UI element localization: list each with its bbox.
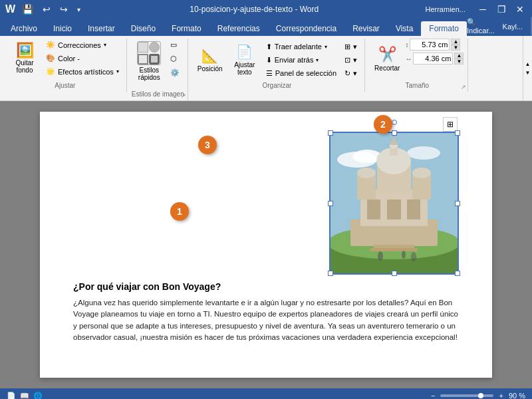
zoom-level: 90 %: [509, 392, 525, 399]
recortar-btn[interactable]: ✂️ Recortar: [370, 39, 404, 78]
zoom-in-btn[interactable]: +: [499, 392, 503, 399]
traer-adelante-btn[interactable]: ⬆ Traer adelante ▾: [263, 41, 340, 53]
agrupar-icon: ⊡: [344, 56, 350, 65]
ribbon-scroll-btns[interactable]: ▲ ▼: [523, 36, 532, 100]
width-input[interactable]: [413, 53, 453, 65]
border-efectos-btn[interactable]: ⬡: [167, 53, 183, 65]
posicion-btn[interactable]: 📐 Posición: [194, 40, 227, 80]
width-up-btn[interactable]: ▲: [454, 53, 464, 59]
svg-rect-9: [387, 200, 401, 219]
estilos-expand-icon[interactable]: ↗: [181, 92, 186, 99]
handle-tl[interactable]: [328, 130, 333, 136]
correcciones-btn[interactable]: ☀️ Correcciones ▾: [43, 39, 122, 51]
svg-point-12: [357, 168, 376, 178]
tab-archivo[interactable]: Archivo: [3, 21, 45, 36]
corrections-group: ☀️ Correcciones ▾ 🎨 Color - 🌟 Efectos ar…: [43, 39, 122, 78]
layering-group: ⬆ Traer adelante ▾ ⬇ Enviar atrás ▾ ☰ Pa…: [263, 41, 340, 80]
height-down-btn[interactable]: ▼: [451, 45, 460, 51]
document-image-container[interactable]: ⊞: [329, 132, 459, 275]
color-btn[interactable]: 🎨 Color -: [43, 52, 122, 65]
recortar-label: Recortar: [374, 65, 400, 72]
tab-revisar[interactable]: Revisar: [344, 21, 388, 36]
restore-btn[interactable]: ❐: [495, 3, 508, 16]
align-group: ⊞ ▾ ⊡ ▾ ↻ ▾: [341, 41, 360, 80]
estilos-rapidos-btn[interactable]: Estilosrápidos: [132, 39, 166, 84]
efectos-btn[interactable]: 🌟 Efectos artísticos ▾: [43, 65, 122, 78]
svg-rect-23: [370, 248, 418, 251]
size-inputs-group: ↕ ▲ ▼ ↔ ▲ ▼: [405, 39, 464, 65]
width-spinners: ▲ ▼: [454, 53, 464, 65]
close-btn[interactable]: ✕: [513, 3, 527, 16]
ribbon-group-organizar: 📐 Posición 📄 Ajustartexto ⬆ Traer adelan…: [190, 39, 365, 92]
zoom-out-btn[interactable]: −: [431, 392, 435, 399]
view-reading-icon[interactable]: 📖: [20, 392, 29, 400]
ribbon-scroll-up-icon[interactable]: ▲: [525, 61, 531, 67]
tamaño-expand-icon[interactable]: ↗: [461, 84, 466, 90]
document-page: 3 1 ⊞: [40, 112, 492, 378]
callout-badge-3: 3: [198, 136, 217, 154]
width-input-row: ↔ ▲ ▼: [405, 53, 464, 65]
handle-tr[interactable]: [455, 130, 460, 136]
tab-insertar[interactable]: Insertar: [80, 21, 123, 36]
save-quick-btn[interactable]: 💾: [19, 3, 36, 16]
panel-seleccion-btn[interactable]: ☰ Panel de selección: [263, 67, 340, 80]
handle-bm[interactable]: [392, 271, 397, 276]
border-contorno-btn[interactable]: ▭: [167, 39, 183, 51]
tab-formato-page[interactable]: Formato: [164, 21, 209, 36]
width-down-btn[interactable]: ▼: [454, 59, 464, 65]
document-heading: ¿Por qué viajar con Bon Voyage?: [73, 281, 459, 292]
minimize-btn[interactable]: ─: [476, 3, 489, 16]
redo-quick-btn[interactable]: ↪: [57, 3, 70, 16]
agrupar-btn[interactable]: ⊡ ▾: [341, 54, 360, 66]
undo-quick-btn[interactable]: ↩: [40, 3, 53, 16]
estilos-label: Estilosrápidos: [138, 66, 160, 81]
title-bar-title: 10-posicion-y-ajuste-de-texto - Word: [83, 5, 425, 14]
view-web-icon[interactable]: 🌐: [33, 392, 43, 400]
handle-mr[interactable]: [455, 201, 460, 206]
handle-bl[interactable]: [328, 271, 333, 276]
customize-quick-btn[interactable]: ▾: [74, 5, 83, 15]
svg-rect-22: [374, 245, 414, 248]
ribbon-group-ajustar: 🖼️ Quitarfondo ☀️ Correcciones ▾ 🎨 Color…: [4, 39, 127, 92]
title-bar-right: Herramien... ─ ❐ ✕: [425, 3, 527, 16]
handle-ml[interactable]: [328, 201, 333, 206]
efectos-icon: 🌟: [46, 67, 55, 76]
quitar-fondo-btn[interactable]: 🖼️ Quitarfondo: [8, 39, 41, 78]
border-controls: ▭ ⬡ ⚙️: [167, 39, 183, 90]
width-icon: ↔: [405, 55, 412, 63]
ribbon-scroll-down-icon[interactable]: ▼: [525, 70, 531, 76]
height-input[interactable]: [410, 39, 450, 51]
correcciones-icon: ☀️: [46, 41, 55, 49]
tab-inicio[interactable]: Inicio: [45, 21, 80, 36]
ajustar-texto-btn[interactable]: 📄 Ajustartexto: [228, 40, 261, 80]
border-effects-icon: ⬡: [170, 55, 177, 63]
search-label: 🔍 Indicar...: [467, 18, 495, 35]
document-area: 3 1 ⊞: [0, 101, 532, 388]
estilos-group-label: Estilos de imagen: [132, 90, 184, 98]
tab-referencias[interactable]: Referencias: [209, 21, 268, 36]
zoom-thumb: [478, 393, 483, 398]
zoom-slider[interactable]: [440, 394, 493, 397]
wrap-icon-btn[interactable]: ⊞: [443, 117, 458, 132]
svg-rect-8: [367, 200, 380, 219]
estilos-preview: [137, 41, 161, 65]
tab-correspondencia[interactable]: Correspondencia: [268, 21, 344, 36]
menu-bar: Archivo Inicio Insertar Diseño Formato R…: [0, 19, 532, 36]
herramientas-label: Herramien...: [425, 5, 466, 13]
alinear-btn[interactable]: ⊞ ▾: [341, 41, 360, 53]
handle-br[interactable]: [455, 271, 460, 276]
tab-vista[interactable]: Vista: [388, 21, 421, 36]
word-logo-icon: W: [5, 3, 15, 15]
status-right: − + 90 %: [431, 392, 525, 399]
tab-diseno[interactable]: Diseño: [123, 21, 164, 36]
view-page-icon[interactable]: 📄: [7, 392, 16, 400]
title-bar-left: W 💾 ↩ ↪ ▾: [5, 3, 83, 16]
diseño-imagen-btn[interactable]: ⚙️: [167, 66, 183, 79]
girar-btn[interactable]: ↻ ▾: [341, 67, 360, 80]
tab-formato-active[interactable]: Formato: [421, 21, 467, 36]
height-up-btn[interactable]: ▲: [451, 39, 460, 45]
enviar-atras-btn[interactable]: ⬇ Enviar atrás ▾: [263, 54, 340, 66]
ajustar-texto-label: Ajustartexto: [234, 61, 255, 76]
handle-tm[interactable]: [392, 130, 397, 136]
enviar-arrow: ▾: [316, 57, 319, 63]
